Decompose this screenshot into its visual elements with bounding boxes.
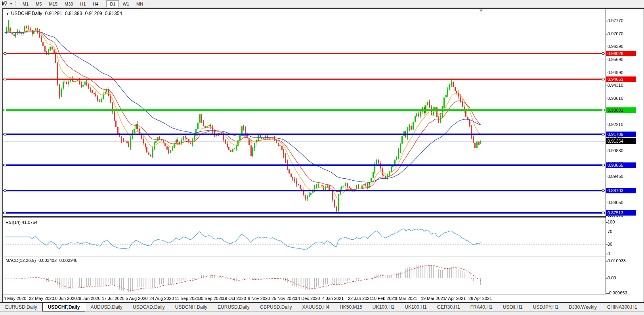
- timeframe-button-m5[interactable]: M5: [32, 0, 45, 7]
- rsi-axis-tick: 30: [608, 242, 612, 246]
- rsi-axis-tick: 100: [608, 220, 615, 224]
- ohlc-low: 0.91209: [85, 11, 102, 16]
- price-axis-tick: 0.97770: [608, 18, 623, 23]
- price-axis-tick: 0.88050: [608, 200, 623, 205]
- chart-tab-uk100-h1[interactable]: UK100,H1: [367, 303, 399, 311]
- chart-tab-eurusd-daily[interactable]: EURUSD,Daily: [0, 303, 42, 311]
- triangle-down-icon[interactable]: ▼: [6, 12, 9, 16]
- chart-tab-usdchf-daily[interactable]: USDCHF,Daily: [42, 303, 86, 311]
- chart-type-icon[interactable]: [1, 1, 9, 7]
- price-axis-tick: 0.94990: [608, 70, 623, 75]
- rsi-indicator-label: RSI(14) 41.0754: [6, 220, 38, 225]
- date-axis-label: 10 Jun 2020: [53, 296, 77, 301]
- date-axis-label: 7 Apr 2021: [445, 296, 466, 301]
- macd-axis-tick: 0.00: [608, 275, 616, 280]
- date-axis-label: 25 Nov 2020: [271, 296, 296, 301]
- level-price-badge[interactable]: 0.91709: [606, 132, 636, 137]
- chart-tab-audusd-daily[interactable]: AUDUSD,Daily: [85, 303, 128, 311]
- date-axis-label: 19 Oct 2020: [222, 296, 246, 301]
- timeframe-buttons: M1M5M15M30H1H4D1W1MN: [19, 0, 151, 7]
- date-axis-label: 19 Mar 2021: [421, 296, 445, 301]
- chart-tab-fra40-h1[interactable]: FRA40,H1: [465, 303, 498, 311]
- date-axis-label: 4 Jan 2021: [322, 296, 344, 301]
- ohlc-open: 0.91291: [45, 11, 62, 16]
- chart-shift-marker[interactable]: [479, 10, 483, 12]
- date-axis-label: 22 May 2020: [29, 296, 54, 301]
- level-price-badge[interactable]: 0.93001: [606, 107, 636, 113]
- date-axis-label: 22 Jan 2021: [348, 296, 372, 301]
- date-axis-label: 4 May 2020: [4, 296, 26, 301]
- date-axis-label: 26 Apr 2021: [468, 296, 492, 301]
- timeframe-button-h4[interactable]: H4: [89, 0, 102, 7]
- ohlc-high: 0.91383: [65, 11, 82, 16]
- level-price-badge[interactable]: 0.90055: [606, 162, 636, 168]
- level-price-badge[interactable]: 0.87513: [606, 210, 636, 216]
- price-axis-tick: 0.93610: [608, 96, 623, 101]
- macd-axis-tick: 0.010933: [608, 258, 626, 263]
- chart-tab-usdcad-daily[interactable]: USDCAD,Daily: [128, 303, 170, 311]
- date-axis-label: 6 Nov 2020: [248, 296, 270, 301]
- chart-tab-usoil-h1[interactable]: USOil,H1: [498, 303, 528, 311]
- date-axis-label: 14 Dec 2020: [295, 296, 320, 301]
- chart-tab-usdjpy-h1[interactable]: USDJPY,H1: [528, 303, 564, 311]
- price-axis-tick: 0.90830: [608, 148, 623, 153]
- chart-tab-hk50-m15[interactable]: HK50,M15: [334, 303, 367, 311]
- date-axis-label: 30 Sep 2020: [199, 296, 223, 301]
- price-axis-tick: 0.89450: [608, 174, 623, 179]
- price-axis-tick: 0.94310: [608, 83, 623, 88]
- timeframe-button-d1[interactable]: D1: [106, 0, 119, 7]
- date-axis-label: 24 Aug 2020: [149, 296, 174, 301]
- date-axis-label: 17 Jul 2020: [102, 296, 124, 301]
- chart-tab-xauusd-h4[interactable]: XAUUSD,H4: [297, 303, 334, 311]
- date-axis-label: 11 Sep 2020: [175, 296, 199, 301]
- top-toolbar: ▼ M1M5M15M30H1H4D1W1MN: [0, 0, 644, 8]
- timeframe-button-w1[interactable]: W1: [119, 0, 133, 7]
- timeframe-button-m15[interactable]: M15: [45, 0, 61, 7]
- toolbar-gripper: [15, 1, 17, 6]
- price-axis-tick: 0.96390: [608, 44, 623, 49]
- chart-tab-ger30-h1[interactable]: GER30,H1: [432, 303, 465, 311]
- chart-tab-china300-h1[interactable]: CHINA300,H1: [602, 303, 642, 311]
- toolbar-divider: [104, 1, 104, 6]
- price-axis-tick: 0.92210: [608, 122, 623, 127]
- chart-tab-usdcnh-daily[interactable]: USDCNH,Daily: [170, 303, 212, 311]
- level-price-badge[interactable]: 0.94651: [606, 76, 636, 82]
- date-axis-label: 10 Feb 2021: [372, 296, 396, 301]
- rsi-axis-tick: 0: [608, 251, 610, 256]
- date-axis-label: 29 Jun 2020: [76, 296, 101, 301]
- current-price-badge[interactable]: 0.91354: [606, 138, 636, 144]
- chart-title: ▼USDCHF,Daily0.912910.913830.912090.9135…: [6, 11, 122, 16]
- status-bar: [0, 312, 644, 315]
- timeframe-button-mn[interactable]: MN: [133, 0, 147, 7]
- chart-tab-gbpusd-daily[interactable]: GBPUSD,Daily: [255, 303, 297, 311]
- toolbar-divider: [149, 1, 149, 6]
- chart-canvas[interactable]: [3, 9, 644, 302]
- chart-window: ▼USDCHF,Daily0.912910.913830.912090.9135…: [2, 8, 644, 302]
- macd-indicator-label: MACD(12,26,9) -0.003402 -0.003948: [6, 258, 78, 263]
- chart-tab-eurusd-daily[interactable]: EURUSD,Daily: [212, 303, 255, 311]
- date-axis-label: 1 Mar 2021: [395, 296, 417, 301]
- date-axis-label: 5 Aug 2020: [126, 296, 148, 301]
- level-price-badge[interactable]: 0.88703: [606, 188, 636, 193]
- chart-tab-uk100-h1[interactable]: UK100,H1: [399, 303, 432, 311]
- price-axis-tick: 0.95690: [608, 57, 623, 62]
- macd-axis-tick: -0.009653: [608, 290, 627, 295]
- chart-symbol-label: USDCHF,Daily: [11, 11, 42, 16]
- chart-tab-dj30-weekly[interactable]: DJ30,Weekly: [564, 303, 602, 311]
- timeframe-button-m30[interactable]: M30: [61, 0, 76, 7]
- chart-tab-u[interactable]: U: [642, 303, 644, 311]
- timeframe-button-m1[interactable]: M1: [19, 0, 32, 7]
- chevron-down-icon[interactable]: ▼: [10, 2, 13, 6]
- timeframe-button-h1[interactable]: H1: [76, 0, 89, 7]
- price-axis-tick: 0.97070: [608, 31, 623, 36]
- ohlc-close: 0.91354: [105, 11, 122, 16]
- rsi-axis-tick: 70: [608, 229, 612, 234]
- chart-tab-bar: EURUSD,DailyUSDCHF,DailyAUDUSD,DailyUSDC…: [0, 302, 644, 312]
- level-price-badge[interactable]: 0.96026: [606, 51, 636, 56]
